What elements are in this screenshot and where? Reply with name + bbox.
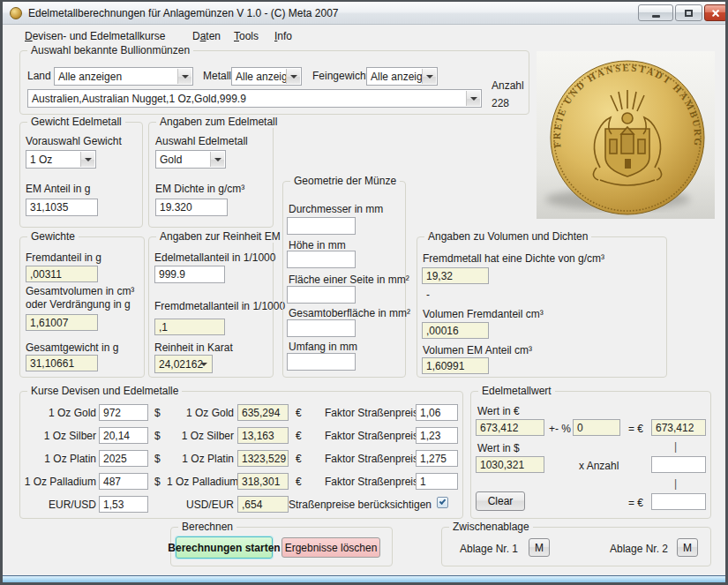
anzahl-value: 228 <box>492 97 509 109</box>
eurusd-input[interactable]: 1,53 <box>99 496 148 513</box>
metall-label: Metall <box>203 70 231 82</box>
group-geometrie: Geometrie der Münze Durchmesser in mm Hö… <box>282 181 406 378</box>
wert-eur-label: Wert in € <box>477 405 520 417</box>
gold-eur-unit: € <box>296 407 302 419</box>
fremdanteil-value: ,00311 <box>26 266 98 282</box>
group-berechnen: Berechnen Berechnungen starten Ergebniss… <box>170 527 393 566</box>
gold-eur-value: 635,294 <box>237 404 289 421</box>
metall-select[interactable]: Alle anzeigen <box>231 67 302 86</box>
maximize-button[interactable] <box>675 4 702 21</box>
coin-select[interactable]: Australien,Australian Nugget,1 Oz,Gold,9… <box>27 89 482 108</box>
menu-tools[interactable]: Tools <box>234 30 259 42</box>
edelmetall-select-value: Gold <box>160 154 182 166</box>
palladium-faktor-input[interactable]: 1 <box>416 473 458 490</box>
minimize-button[interactable] <box>638 4 673 21</box>
feingewicht-select[interactable]: Alle anzeigen <box>366 67 438 86</box>
hoehe-input[interactable] <box>287 251 356 268</box>
flaeche-input[interactable] <box>287 286 356 304</box>
menu-info[interactable]: Info <box>274 30 292 42</box>
ablage1-m-button[interactable]: M <box>529 538 550 557</box>
palladium-eur-label: 1 Oz Palladium <box>167 476 234 488</box>
ablage2-m-button[interactable]: M <box>677 538 698 557</box>
chevron-down-icon <box>466 91 480 106</box>
oberflaeche-input[interactable] <box>287 319 356 337</box>
silber-usd-input[interactable]: 20,14 <box>99 427 148 444</box>
ablage1-label: Ablage Nr. 1 <box>460 543 518 555</box>
silber-usd-label: 1 Oz Silber <box>22 430 96 442</box>
group-title: Berechnen <box>178 521 236 533</box>
minus-label: - <box>426 289 430 301</box>
gold-faktor-input[interactable]: 1,06 <box>416 404 458 421</box>
maximize-icon <box>685 10 693 17</box>
palladium-faktor-label: Faktor Straßenpreis <box>325 476 418 488</box>
volumen-em-anteil-value: 1,60991 <box>422 357 489 374</box>
palladium-usd-unit: $ <box>154 476 161 488</box>
wert-usd-value: 1030,321 <box>476 456 544 473</box>
group-title: Auswahl bekannte Bullionmünzen <box>27 44 193 56</box>
land-label: Land <box>27 70 51 82</box>
gesamtvolumen-value: 1,61007 <box>26 314 98 331</box>
gold-usd-unit: $ <box>154 407 161 419</box>
reinheit-karat-label: Reinheit in Karat <box>154 341 233 354</box>
anzahl-input[interactable] <box>651 456 706 473</box>
em-anteil-input[interactable]: 31,1035 <box>26 199 98 216</box>
platin-faktor-input[interactable]: 1,275 <box>416 450 458 467</box>
gesamtgewicht-label: Gesamtgewicht in g <box>26 341 118 354</box>
group-auswahl-bullionmuenzen: Auswahl bekannte Bullionmünzen Land Alle… <box>19 50 529 115</box>
wert-eur-value: 673,412 <box>476 419 544 436</box>
titlebar[interactable]: Edelmetallberechnungen für Anlagemünzen … <box>2 2 726 25</box>
silber-faktor-input[interactable]: 1,23 <box>416 427 458 444</box>
platin-usd-unit: $ <box>154 453 161 465</box>
durchmesser-input[interactable] <box>287 217 356 235</box>
edelmetall-select[interactable]: Gold <box>155 150 226 169</box>
berechnungen-starten-button[interactable]: Berechnungen starten <box>176 536 273 559</box>
gesamtvolumen-label-line1: Gesamtvolumen in cm³ <box>26 285 134 297</box>
group-zwischenablage: Zwischenablage Ablage Nr. 1 M Ablage Nr.… <box>441 527 711 566</box>
chevron-down-icon <box>210 152 224 167</box>
group-title: Angaben zur Reinheit EM <box>156 230 284 243</box>
group-gewicht-edelmetall: Gewicht Edelmetall Vorauswahl Gewicht 1 … <box>19 122 143 228</box>
land-select[interactable]: Alle anzeigen <box>54 67 193 86</box>
group-title: Kurse Devisen und Edelmetalle <box>27 385 182 397</box>
strassenpreise-checkbox[interactable] <box>437 497 448 508</box>
hoehe-label: Höhe in mm <box>289 239 346 251</box>
result-eur-value: 673,412 <box>651 419 706 436</box>
ablage2-label: Ablage Nr. 2 <box>610 543 668 555</box>
coin-photo: FREIE UND HANSESTADT HAMBURG <box>537 51 715 219</box>
group-reinheit: Angaben zur Reinheit EM Edelmetallanteil… <box>148 236 274 378</box>
durchmesser-label: Durchmesser in mm <box>289 203 383 215</box>
em-dichte-input[interactable]: 19.320 <box>155 199 228 216</box>
group-title: Angaben zum Edelmetall <box>156 116 281 128</box>
group-title: Angaben zu Volumen und Dichten <box>424 230 591 243</box>
umfang-input[interactable] <box>287 353 356 371</box>
close-icon <box>711 9 720 18</box>
connector-pipe: | <box>674 477 677 490</box>
platin-faktor-label: Faktor Straßenpreis <box>325 453 418 465</box>
vorauswahl-gewicht-label: Vorauswahl Gewicht <box>26 135 122 147</box>
gold-usd-input[interactable]: 972 <box>99 404 148 421</box>
x-anzahl-label: x Anzahl <box>579 460 619 472</box>
final-eur-input[interactable] <box>651 493 706 510</box>
silber-eur-label: 1 Oz Silber <box>167 430 234 442</box>
edelmetallanteil-input[interactable]: 999.9 <box>154 266 225 283</box>
menu-daten[interactable]: Daten <box>192 30 221 42</box>
land-select-value: Alle anzeigen <box>58 71 122 83</box>
palladium-usd-input[interactable]: 487 <box>99 473 148 490</box>
platin-usd-input[interactable]: 2025 <box>99 450 148 467</box>
clear-button[interactable]: Clear <box>476 491 525 511</box>
chevron-down-icon <box>286 69 300 84</box>
reinheit-karat-select[interactable]: 24,02162 <box>154 355 213 373</box>
vorauswahl-gewicht-select[interactable]: 1 Oz <box>26 150 96 169</box>
gold-eur-label: 1 Oz Gold <box>167 407 234 419</box>
menu-devisen-und-edelmetallkurse[interactable]: Devisen- und Edelmetallkurse <box>25 30 165 42</box>
platin-eur-label: 1 Oz Platin <box>167 453 234 465</box>
window-title: Edelmetallberechnungen für Anlagemünzen … <box>28 7 339 19</box>
silber-faktor-label: Faktor Straßenpreis <box>325 430 418 442</box>
percent-input[interactable]: 0 <box>573 419 620 436</box>
ergebnisse-loeschen-button[interactable]: Ergebnisse löschen <box>281 537 380 558</box>
checkmark-icon <box>439 498 447 505</box>
close-button[interactable] <box>704 4 727 21</box>
palladium-usd-label: 1 Oz Palladium <box>22 476 96 488</box>
fremdanteil-label: Fremdanteil in g <box>26 251 101 264</box>
platin-eur-unit: € <box>296 453 302 465</box>
